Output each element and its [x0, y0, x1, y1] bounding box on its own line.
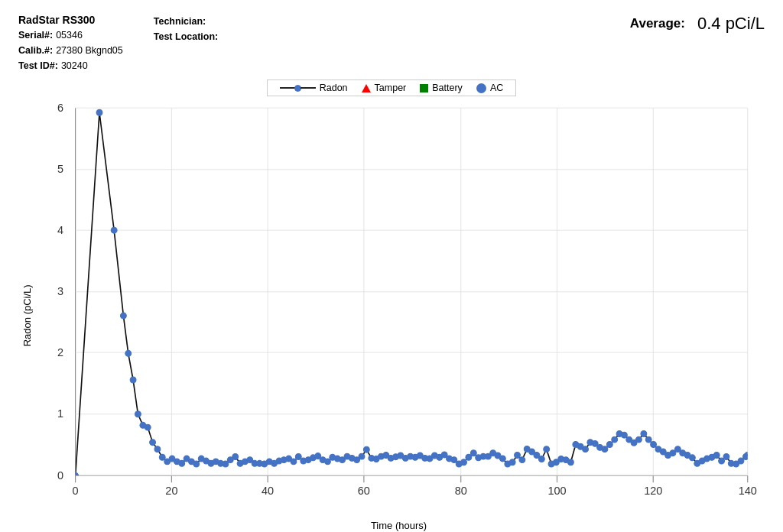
data-dot [636, 436, 642, 443]
data-dot [519, 457, 525, 463]
svg-text:0: 0 [73, 485, 79, 497]
y-axis-label: Radon (pCi/L) [18, 99, 33, 531]
data-dot [96, 109, 102, 115]
svg-text:140: 140 [739, 485, 757, 497]
testid-value: 30240 [61, 58, 88, 73]
data-dot [612, 436, 618, 443]
legend-battery: Battery [420, 83, 463, 93]
chart-container: Radon Tamper Battery AC Radon (pCi/L) [18, 79, 765, 531]
data-dot [470, 450, 476, 456]
data-dot [363, 446, 369, 453]
calib-row: Calib.#: 27380 Bkgnd05 [18, 43, 123, 58]
data-dot [509, 459, 515, 466]
data-dot [645, 436, 651, 443]
data-dot [538, 456, 544, 462]
data-dot [713, 453, 720, 459]
legend-tamper: Tamper [362, 83, 407, 93]
header-left: RadStar RS300 Serial#: 05346 Calib.#: 27… [18, 14, 221, 73]
testid-label: Test ID#: [18, 58, 58, 73]
data-dot [159, 454, 165, 460]
data-dot [145, 424, 151, 430]
data-dot [461, 459, 467, 466]
location-row: Test Location: [154, 29, 222, 44]
data-dot [568, 459, 574, 466]
svg-text:60: 60 [358, 485, 370, 497]
data-dot [125, 350, 132, 356]
device-info: RadStar RS300 Serial#: 05346 Calib.#: 27… [18, 14, 123, 73]
data-dot [466, 454, 472, 460]
data-dot [193, 461, 200, 467]
legend-battery-label: Battery [432, 83, 463, 93]
data-dot [621, 432, 627, 438]
calib-value: 27380 Bkgnd05 [56, 43, 123, 58]
data-dot [359, 453, 365, 459]
tamper-triangle-icon [362, 84, 371, 92]
data-dot [179, 460, 185, 466]
data-dot [135, 411, 141, 417]
chart-svg: 0 1 2 3 4 5 6 [33, 99, 765, 518]
data-dot [651, 442, 657, 448]
chart-area: Radon (pCi/L) [18, 99, 765, 531]
data-dot [291, 459, 297, 465]
svg-text:20: 20 [165, 485, 177, 497]
serial-label: Serial#: [18, 28, 53, 43]
data-dot [602, 446, 608, 453]
testid-row: Test ID#: 30240 [18, 58, 123, 73]
legend-radon: Radon [280, 83, 348, 93]
data-dot [130, 377, 136, 383]
data-dot [690, 455, 696, 461]
data-dot [499, 456, 505, 462]
data-dot [723, 454, 729, 460]
data-dot [544, 446, 550, 453]
ac-dot-icon [476, 83, 486, 93]
svg-text:0: 0 [57, 469, 63, 482]
x-axis-label: Time (hours) [33, 520, 765, 531]
data-dot [111, 227, 117, 233]
chart-inner: 0 1 2 3 4 5 6 [33, 99, 765, 531]
average-value: 0.4 pCi/L [697, 14, 765, 34]
chart-svg-wrapper: 0 1 2 3 4 5 6 [33, 99, 765, 518]
svg-text:2: 2 [57, 346, 63, 358]
legend-ac-label: AC [490, 83, 503, 93]
svg-text:6: 6 [57, 102, 63, 114]
device-title: RadStar RS300 [18, 14, 123, 26]
radon-line-icon [280, 85, 316, 92]
svg-text:5: 5 [57, 163, 63, 175]
svg-text:80: 80 [455, 485, 467, 497]
data-dot [738, 458, 744, 464]
legend-ac: AC [476, 83, 503, 93]
legend-radon-label: Radon [320, 83, 348, 93]
serial-row: Serial#: 05346 [18, 28, 123, 43]
tech-label: Technician: [154, 14, 206, 29]
svg-text:120: 120 [644, 485, 662, 497]
svg-text:1: 1 [57, 407, 63, 420]
location-label: Test Location: [154, 29, 219, 44]
tech-info: Technician: Test Location: [154, 14, 222, 73]
chart-legend: Radon Tamper Battery AC [267, 79, 517, 96]
data-dot [150, 440, 156, 446]
legend-tamper-label: Tamper [375, 83, 407, 93]
average-section: Average: 0.4 pCi/L [630, 14, 765, 34]
data-dot [154, 446, 161, 453]
tech-row: Technician: [154, 14, 222, 29]
calib-label: Calib.#: [18, 43, 53, 58]
svg-text:3: 3 [57, 285, 63, 297]
data-dot [641, 431, 647, 437]
radon-line [76, 112, 748, 475]
data-dot [745, 453, 751, 459]
data-dot [515, 453, 521, 459]
data-dot [295, 454, 301, 460]
data-dot [451, 457, 457, 463]
data-dot [121, 313, 127, 319]
data-dot [719, 458, 725, 464]
data-dot [232, 454, 239, 460]
svg-text:100: 100 [547, 485, 566, 497]
data-dot [223, 461, 229, 467]
data-dot [325, 459, 331, 465]
svg-text:4: 4 [57, 224, 63, 236]
data-dot [606, 442, 612, 448]
header: RadStar RS300 Serial#: 05346 Calib.#: 27… [18, 14, 765, 73]
data-dot [583, 446, 589, 453]
svg-text:40: 40 [262, 485, 274, 497]
average-label: Average: [630, 16, 685, 31]
